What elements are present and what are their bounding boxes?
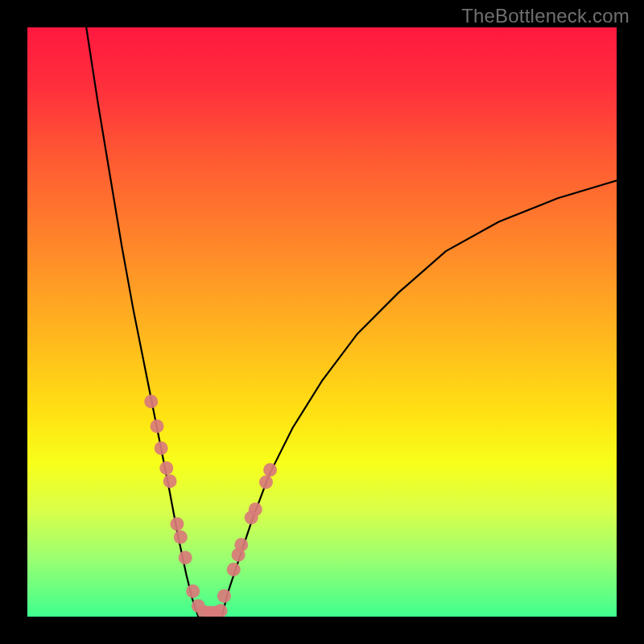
data-dot (234, 538, 248, 551)
chart-frame: TheBottleneck.com (0, 0, 644, 644)
dots-layer (144, 394, 277, 617)
data-dot (151, 419, 164, 433)
data-dot (170, 518, 184, 531)
bottleneck-curve (86, 27, 617, 617)
data-dot (249, 502, 262, 516)
plot-area (27, 27, 617, 617)
curve-layer (27, 27, 617, 617)
watermark-text: TheBottleneck.com (461, 5, 630, 27)
data-dot (186, 584, 200, 598)
data-dot (179, 551, 192, 564)
data-dot (163, 474, 177, 488)
data-dot (174, 530, 188, 544)
data-dot (227, 563, 241, 576)
data-dot (217, 589, 231, 603)
data-dot (144, 394, 158, 408)
data-dot (259, 476, 273, 489)
data-dot (159, 461, 173, 475)
data-dot (155, 441, 168, 455)
data-dot (263, 463, 277, 477)
